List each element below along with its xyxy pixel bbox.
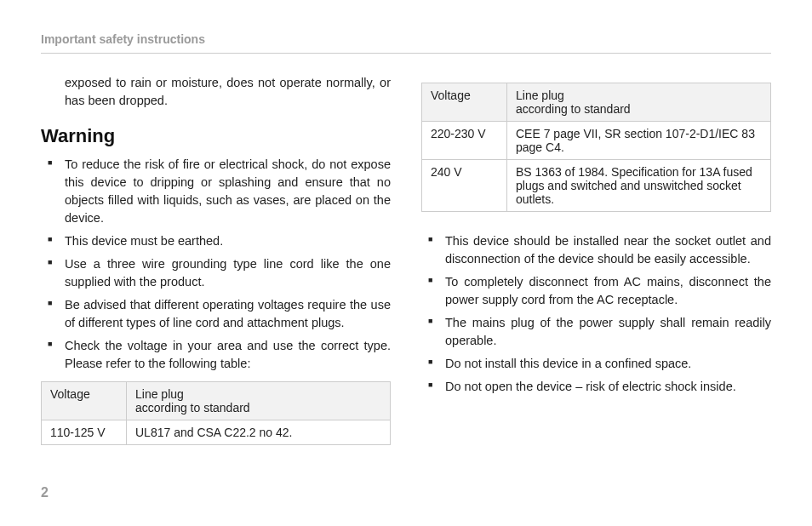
table-header-row: Voltage Line plug according to standard — [422, 83, 771, 122]
table-header-plug-line2: according to standard — [135, 401, 250, 415]
continued-paragraph: exposed to rain or moisture, does not op… — [65, 74, 391, 110]
running-header: Important safety instructions — [41, 32, 771, 46]
list-item: To reduce the risk of fire or electrical… — [41, 156, 391, 227]
list-item: Do not install this device in a confined… — [421, 355, 771, 373]
table-header-plug-line1: Line plug — [135, 387, 184, 401]
warning-bullet-list-left: To reduce the risk of fire or electrical… — [41, 156, 391, 373]
list-item: To completely disconnect from AC mains, … — [421, 273, 771, 309]
list-item: Use a three wire grounding type line cor… — [41, 255, 391, 291]
table-cell-plug: UL817 and CSA C22.2 no 42. — [127, 420, 391, 445]
table-row: 220-230 V CEE 7 page VII, SR section 107… — [422, 122, 771, 160]
left-column: exposed to rain or moisture, does not op… — [41, 74, 391, 445]
list-item: Do not open the device – risk of electri… — [421, 378, 771, 396]
list-item: This device should be installed near the… — [421, 232, 771, 268]
table-header-row: Voltage Line plug according to standard — [42, 382, 391, 420]
voltage-table-right: Voltage Line plug according to standard … — [421, 83, 771, 212]
table-header-voltage: Voltage — [422, 83, 507, 122]
warning-heading: Warning — [41, 125, 391, 147]
list-item: Be advised that different operating volt… — [41, 296, 391, 332]
header-divider — [41, 53, 771, 54]
table-header-voltage: Voltage — [42, 382, 127, 420]
table-header-plug-line1: Line plug — [516, 89, 564, 102]
table-row: 110-125 V UL817 and CSA C22.2 no 42. — [42, 420, 391, 445]
table-cell-voltage: 220-230 V — [422, 122, 507, 160]
list-item: The mains plug of the power supply shall… — [421, 314, 771, 350]
table-cell-plug: BS 1363 of 1984. Specification for 13A f… — [507, 160, 771, 212]
table-cell-plug: CEE 7 page VII, SR section 107-2-D1/IEC … — [507, 122, 771, 160]
table-cell-voltage: 110-125 V — [42, 420, 127, 445]
table-header-plug: Line plug according to standard — [507, 83, 771, 122]
two-column-layout: exposed to rain or moisture, does not op… — [41, 74, 771, 445]
table-header-plug-line2: according to standard — [516, 102, 631, 116]
table-cell-voltage: 240 V — [422, 160, 507, 212]
warning-bullet-list-right: This device should be installed near the… — [421, 232, 771, 396]
page-number: 2 — [41, 485, 49, 500]
table-header-plug: Line plug according to standard — [127, 382, 391, 420]
right-column: Voltage Line plug according to standard … — [421, 74, 771, 445]
voltage-table-left: Voltage Line plug according to standard … — [41, 381, 391, 445]
list-item: This device must be earthed. — [41, 232, 391, 250]
table-row: 240 V BS 1363 of 1984. Specification for… — [422, 160, 771, 212]
list-item: Check the voltage in your area and use t… — [41, 337, 391, 373]
